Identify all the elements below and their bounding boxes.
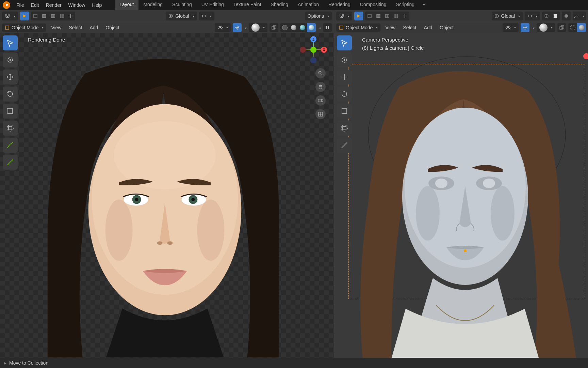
pivot-bbox-icon-r[interactable]	[365, 12, 374, 20]
overlay-dropdown-r[interactable]	[537, 23, 555, 32]
cursor-tool-icon-r[interactable]	[354, 12, 363, 20]
tool-rotate[interactable]	[3, 87, 18, 102]
pivot-bbox-icon[interactable]	[31, 12, 40, 20]
tool-move-r[interactable]	[337, 70, 352, 85]
submenu-select-l[interactable]: Select	[66, 24, 85, 32]
tab-sculpting[interactable]: Sculpting	[167, 0, 197, 10]
tool-transform[interactable]	[3, 121, 18, 136]
tool-transform-r[interactable]	[337, 121, 352, 136]
submenu-view-r[interactable]: View	[382, 24, 398, 32]
pivot-active-icon[interactable]	[66, 12, 75, 20]
submenu-add-l[interactable]: Add	[87, 24, 101, 32]
snap-dropdown[interactable]	[2, 12, 18, 20]
pause-button[interactable]	[323, 23, 332, 32]
visibility-dropdown-r[interactable]	[503, 23, 519, 32]
orientation-dropdown-left[interactable]: Global	[166, 12, 197, 20]
menu-render[interactable]: Render	[43, 1, 65, 9]
nav-pan-button[interactable]	[315, 82, 326, 92]
workspace-add-button[interactable]: +	[419, 0, 429, 10]
tool-scale[interactable]	[3, 104, 18, 119]
submenu-object-r[interactable]: Object	[437, 24, 456, 32]
tool-measure[interactable]	[3, 155, 18, 170]
last-operator-label[interactable]: Move to Collection	[9, 360, 48, 366]
submenu-select-r[interactable]: Select	[400, 24, 419, 32]
tool-scale-r[interactable]	[337, 104, 352, 119]
disclosure-triangle-icon[interactable]: ▸	[4, 360, 6, 366]
tab-texture-paint[interactable]: Texture Paint	[229, 0, 266, 10]
tab-scripting[interactable]: Scripting	[391, 0, 419, 10]
gizmo-chev-l[interactable]	[244, 25, 247, 30]
shading-solid-r[interactable]	[577, 23, 586, 32]
visibility-dropdown-l[interactable]	[215, 23, 231, 32]
orientation-dropdown-right[interactable]: Global	[492, 12, 523, 20]
tool-cursor-r[interactable]	[337, 52, 352, 67]
gizmo-chev-r[interactable]	[532, 25, 535, 30]
mode-dropdown-right[interactable]: Object Mode	[336, 24, 380, 32]
tab-compositing[interactable]: Compositing	[355, 0, 391, 10]
pivot-individual-icon[interactable]	[58, 12, 66, 20]
nav-zoom-button[interactable]	[315, 68, 326, 78]
proportional-icon[interactable]	[542, 12, 551, 20]
tab-rendering[interactable]: Rendering	[324, 0, 355, 10]
curve-dropdown[interactable]	[573, 12, 586, 20]
shading-toggle-icon[interactable]	[562, 12, 571, 20]
nav-camera-button[interactable]	[315, 95, 326, 106]
shading-rendered-l[interactable]	[307, 23, 316, 32]
tab-modeling[interactable]: Modeling	[138, 0, 167, 10]
xray-toggle-r[interactable]	[557, 23, 566, 32]
tab-layout[interactable]: Layout	[115, 0, 138, 10]
xray-toggle-l[interactable]	[270, 23, 278, 32]
cursor-tool-icon[interactable]	[20, 12, 29, 20]
nav-perspective-button[interactable]	[315, 109, 326, 119]
mode-dropdown-left[interactable]: Object Mode	[2, 24, 46, 32]
pivot-median-icon-r[interactable]	[374, 12, 383, 20]
shading-matprev-l[interactable]	[298, 23, 307, 32]
svg-rect-0	[34, 14, 37, 18]
tool-select-box[interactable]	[3, 35, 18, 50]
axis-z-icon[interactable]: Z	[310, 36, 316, 42]
nav-gizmo-left[interactable]: Z X	[300, 36, 327, 63]
shading-wireframe-l[interactable]	[280, 23, 289, 32]
menu-window[interactable]: Window	[65, 1, 89, 9]
submenu-view-l[interactable]: View	[48, 24, 64, 32]
viewport-right[interactable]: Camera Perspective (8) Lights & camera |…	[334, 33, 588, 358]
tab-animation[interactable]: Animation	[293, 0, 324, 10]
menu-edit[interactable]: Edit	[28, 1, 43, 9]
axis-y-icon[interactable]	[310, 47, 316, 53]
proportional-falloff-icon[interactable]	[551, 12, 560, 20]
tool-annotate-r[interactable]	[337, 138, 352, 153]
pivot-median-icon[interactable]	[40, 12, 49, 20]
axis-x-icon[interactable]: X	[321, 47, 327, 53]
submenu-object-l[interactable]: Object	[103, 24, 122, 32]
viewport-left[interactable]: Rendering Done Z X	[0, 33, 334, 358]
snap-to-dropdown-right[interactable]	[525, 12, 540, 20]
blender-logo-icon[interactable]	[3, 1, 10, 9]
gizmo-toggle-l[interactable]	[233, 23, 242, 32]
tool-annotate[interactable]	[3, 138, 18, 153]
shading-mode-group-r	[568, 23, 586, 32]
tab-uv-editing[interactable]: UV Editing	[197, 0, 229, 10]
tool-select-box-r[interactable]	[337, 35, 352, 50]
snap-dropdown-r[interactable]	[336, 12, 352, 20]
menu-help[interactable]: Help	[88, 1, 105, 9]
tool-cursor[interactable]	[3, 52, 18, 67]
pivot-cursor-icon[interactable]	[49, 12, 58, 20]
pivot-cursor-icon-r[interactable]	[383, 12, 392, 20]
pivot-individual-icon-r[interactable]	[392, 12, 401, 20]
tool-move[interactable]	[3, 70, 18, 85]
gizmo-toggle-r[interactable]	[521, 23, 529, 32]
submenu-add-r[interactable]: Add	[421, 24, 435, 32]
menu-file[interactable]: File	[13, 1, 28, 9]
tab-shading[interactable]: Shading	[266, 0, 293, 10]
options-dropdown[interactable]: Options	[305, 12, 332, 20]
tool-rotate-r[interactable]	[337, 87, 352, 102]
axis-neg-z-icon[interactable]	[310, 57, 316, 63]
toolbar-left	[3, 35, 18, 170]
shading-wireframe-r[interactable]	[568, 23, 577, 32]
axis-neg-x-icon[interactable]	[300, 47, 306, 53]
snap-to-dropdown-left[interactable]	[199, 12, 214, 20]
pivot-active-icon-r[interactable]	[401, 12, 409, 20]
shading-solid-l[interactable]	[289, 23, 298, 32]
shading-chev-l[interactable]	[318, 25, 321, 30]
overlay-dropdown-l[interactable]	[249, 23, 267, 32]
